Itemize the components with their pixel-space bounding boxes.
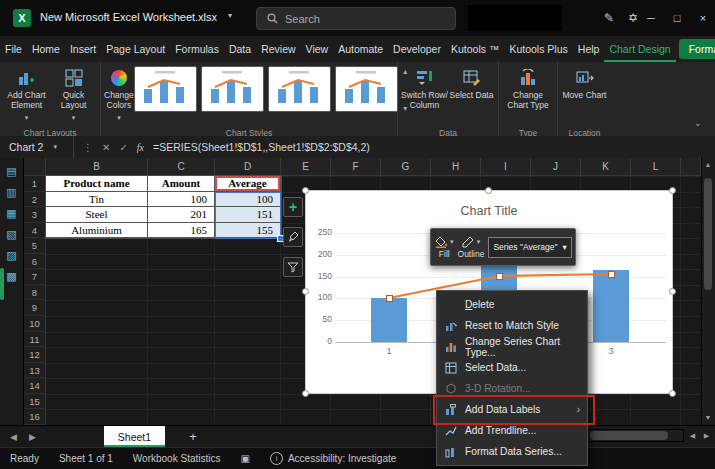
menu-item-add-data-labels[interactable]: Add Data Labels › [437,399,587,420]
row-header[interactable]: 11 [24,332,46,348]
row-header[interactable]: 2 [24,192,46,208]
fill-button[interactable]: ▾ Fill [435,236,454,259]
tab-data[interactable]: Data [224,37,256,62]
chart-resize-handle[interactable] [302,390,309,397]
line-point-handle-1[interactable] [386,295,393,302]
row-header[interactable]: 12 [24,347,46,363]
chart-resize-handle[interactable] [669,288,676,295]
switch-row-column-button[interactable]: Switch Row/ Column [401,66,448,111]
chart-resize-handle[interactable] [485,187,492,194]
kutools-panel-icon-4[interactable]: ▧ [6,229,16,240]
chart-elements-button[interactable]: + [283,197,303,217]
tab-view[interactable]: View [301,37,334,62]
column-header[interactable]: K [581,158,631,176]
tab-formulas[interactable]: Formulas [170,37,224,62]
sheet-nav-left-icon[interactable]: ◀ [10,432,17,442]
chart-resize-handle[interactable] [302,288,309,295]
row-header[interactable]: 4 [24,223,46,239]
cell-B3[interactable]: Steel [46,207,148,223]
cell-C1[interactable]: Amount [148,176,215,192]
scroll-up-icon[interactable]: ▲ [701,161,715,168]
tab-format[interactable]: Format [679,39,715,59]
row-header[interactable]: 13 [24,363,46,379]
row-header[interactable]: 15 [24,394,46,410]
kutools-panel-icon-3[interactable]: ▦ [6,208,16,219]
row-header[interactable]: 6 [24,254,46,270]
sheet-nav-right-icon[interactable]: ▶ [29,432,36,442]
column-header[interactable]: C [148,158,215,176]
tab-home[interactable]: Home [27,37,65,62]
chart-styles-button[interactable] [283,227,303,247]
column-header[interactable]: F [331,158,381,176]
tab-automate[interactable]: Automate [333,37,388,62]
row-header[interactable]: 16 [24,409,46,425]
cell-D1[interactable]: Average [215,176,281,192]
series-selector-dropdown[interactable]: Series "Average" ▾ [488,237,571,258]
tab-chart-design[interactable]: Chart Design [604,37,675,62]
enter-icon[interactable]: ✓ [119,142,127,153]
cell-C4[interactable]: 165 [148,223,215,239]
menu-item-change-series-chart-type[interactable]: Change Series Chart Type... [437,336,587,357]
kutools-panel-icon-1[interactable]: ▤ [6,166,16,177]
close-button[interactable]: × [688,0,715,36]
row-header[interactable]: 8 [24,285,46,301]
cell-B2[interactable]: Tin [46,192,148,208]
cell-D2[interactable]: 100 [215,192,281,208]
more-options-icon[interactable]: ⋮ [83,142,93,153]
line-point-handle-2[interactable] [496,273,503,280]
kutools-panel-icon-6[interactable]: ▩ [6,271,16,282]
column-header[interactable]: L [631,158,681,176]
row-header[interactable]: 7 [24,269,46,285]
column-header[interactable] [681,158,701,176]
vertical-scroll-thumb[interactable] [704,178,712,290]
ribbon-collapse-icon[interactable]: ⌄ [694,118,702,128]
select-data-button[interactable]: Select Data [448,66,495,101]
row-header[interactable]: 14 [24,378,46,394]
row-header[interactable]: 1 [24,176,46,192]
kutools-panel-icon-2[interactable]: ▥ [6,187,16,198]
accessibility-checker-button[interactable]: i Accessibility: Investigate [270,452,396,465]
cell-D4[interactable]: 155 [215,223,281,239]
row-header[interactable]: 9 [24,300,46,316]
display-settings-icon[interactable]: ▣ [240,453,249,464]
menu-item-reset-to-match-style[interactable]: Reset to Match Style [437,315,587,336]
cell-B1[interactable]: Product name [46,176,148,192]
kutools-panel-icon-5[interactable]: ▨ [6,250,16,261]
name-box[interactable]: Chart 2 ▾ [0,136,74,158]
move-chart-button[interactable]: Move Chart [561,66,608,101]
tab-page-layout[interactable]: Page Layout [101,37,170,62]
tab-review[interactable]: Review [256,37,300,62]
column-header[interactable]: H [431,158,481,176]
column-header[interactable]: I [481,158,531,176]
insert-function-icon[interactable]: fx [137,142,144,153]
column-header[interactable]: J [531,158,581,176]
column-header[interactable]: G [381,158,431,176]
add-sheet-button[interactable]: + [189,429,197,444]
chart-filters-button[interactable] [283,257,303,277]
scroll-down-icon[interactable]: ▼ [701,414,715,421]
sheet-tab-sheet1[interactable]: Sheet1 [104,426,165,447]
tab-kutools-plus[interactable]: Kutools Plus [504,37,572,62]
column-header[interactable]: B [46,158,148,176]
outline-button[interactable]: ▾ Outline [458,236,485,259]
chart-style-thumbnail-3[interactable] [268,66,331,112]
tab-kutools[interactable]: Kutools ™ [446,37,504,62]
row-header[interactable]: 3 [24,207,46,223]
row-header[interactable]: 10 [24,316,46,332]
chart-resize-handle[interactable] [302,187,309,194]
column-header[interactable]: D [215,158,281,176]
title-chevron-icon[interactable]: ▾ [228,11,232,20]
menu-item-add-trendline[interactable]: Add Trendline... [437,420,587,441]
formula-input[interactable]: =SERIES(Sheet1!$D$1,,Sheet1!$D$2:$D$4,2) [153,141,370,153]
menu-item-delete[interactable]: Delete [437,294,587,315]
scroll-left-icon[interactable]: ◀ [686,429,699,442]
draw-icon[interactable]: ✎ [596,0,622,36]
tab-developer[interactable]: Developer [388,37,446,62]
cell-C2[interactable]: 100 [148,192,215,208]
tab-insert[interactable]: Insert [65,37,101,62]
row-header[interactable]: 5 [24,238,46,254]
menu-item-format-data-series[interactable]: Format Data Series... [437,441,587,462]
select-all-corner[interactable] [24,158,46,176]
column-header[interactable]: E [281,158,331,176]
chart-style-thumbnail-1[interactable] [134,66,197,112]
